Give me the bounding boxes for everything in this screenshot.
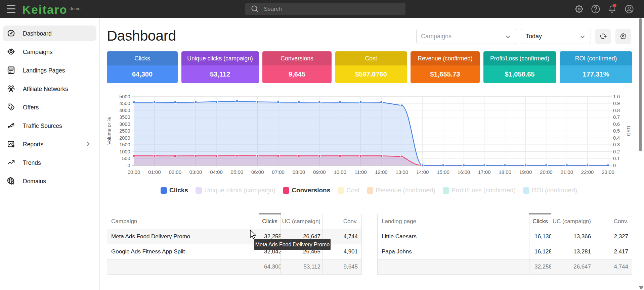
- svg-text:500: 500: [122, 156, 130, 161]
- svg-text:2000: 2000: [119, 135, 130, 141]
- svg-text:20:00: 20:00: [540, 169, 553, 175]
- svg-text:2500: 2500: [119, 128, 130, 134]
- svg-text:1.0: 1.0: [613, 94, 620, 99]
- svg-text:1000: 1000: [119, 149, 130, 154]
- svg-text:1500: 1500: [119, 142, 130, 147]
- svg-text:0.1: 0.1: [613, 156, 620, 161]
- svg-text:3500: 3500: [119, 114, 130, 120]
- svg-text:01:00: 01:00: [148, 169, 161, 175]
- svg-text:0.4: 0.4: [613, 135, 620, 141]
- svg-text:0: 0: [613, 163, 616, 168]
- svg-text:21:00: 21:00: [560, 169, 573, 175]
- svg-text:08:00: 08:00: [293, 169, 305, 175]
- svg-text:02:00: 02:00: [169, 169, 181, 175]
- svg-text:0.5: 0.5: [613, 128, 620, 134]
- svg-text:22:00: 22:00: [581, 169, 594, 175]
- svg-text:3000: 3000: [119, 122, 130, 127]
- svg-text:06:00: 06:00: [251, 169, 264, 175]
- svg-text:Volume or %: Volume or %: [106, 117, 112, 145]
- svg-text:0.9: 0.9: [613, 101, 620, 106]
- svg-text:0.8: 0.8: [613, 108, 620, 113]
- svg-text:23:00: 23:00: [602, 169, 614, 175]
- svg-text:09:00: 09:00: [313, 169, 326, 175]
- svg-text:16:00: 16:00: [458, 169, 470, 175]
- svg-text:0.3: 0.3: [613, 142, 620, 147]
- svg-text:12:00: 12:00: [375, 169, 388, 175]
- svg-text:05:00: 05:00: [231, 169, 244, 175]
- svg-text:04:00: 04:00: [210, 169, 223, 175]
- svg-text:11:00: 11:00: [354, 169, 367, 175]
- svg-text:00:00: 00:00: [128, 169, 140, 175]
- svg-text:4000: 4000: [119, 108, 130, 113]
- svg-text:0: 0: [127, 163, 130, 168]
- svg-text:19:00: 19:00: [519, 169, 532, 175]
- svg-text:0.7: 0.7: [613, 114, 620, 120]
- svg-text:14:00: 14:00: [416, 169, 429, 175]
- svg-text:S: S: [10, 106, 13, 109]
- svg-text:0.2: 0.2: [613, 149, 620, 154]
- svg-text:13:00: 13:00: [396, 169, 409, 175]
- svg-text:USD: USD: [626, 126, 631, 136]
- svg-text:18:00: 18:00: [499, 169, 511, 175]
- svg-text:5000: 5000: [119, 94, 130, 99]
- svg-text:15:00: 15:00: [437, 169, 449, 175]
- svg-text:07:00: 07:00: [272, 169, 285, 175]
- svg-text:4500: 4500: [119, 101, 130, 106]
- svg-text:03:00: 03:00: [189, 169, 202, 175]
- svg-text:10:00: 10:00: [334, 169, 346, 175]
- svg-text:17:00: 17:00: [478, 169, 491, 175]
- svg-text:0.6: 0.6: [613, 122, 620, 127]
